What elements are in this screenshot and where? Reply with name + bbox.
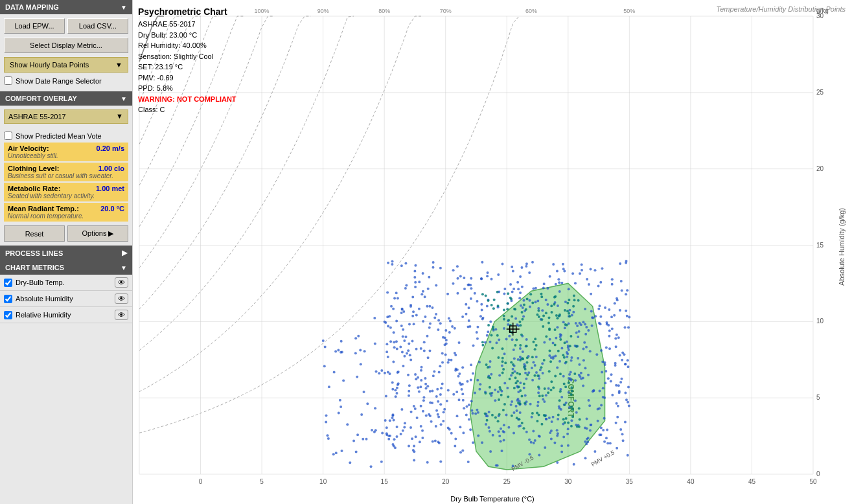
show-hourly-arrow: ▼: [115, 61, 122, 69]
sidebar: DATA MAPPING ▼ Load EPW... Load CSV... S…: [0, 0, 133, 504]
show-pmv-checkbox[interactable]: [4, 132, 12, 140]
data-mapping-content: Load EPW... Load CSV... Select Display M…: [0, 14, 132, 91]
process-lines-header[interactable]: PROCESS LINES ▶: [0, 246, 132, 260]
dry-bulb-eye-button[interactable]: 👁: [115, 277, 128, 288]
mean-radiant-row: Mean Radiant Temp.: 20.0 °C Normal room …: [4, 203, 128, 222]
air-velocity-desc: Unnoticeably still.: [8, 152, 124, 159]
air-velocity-label: Air Velocity: 0.20 m/s: [8, 144, 124, 152]
process-lines-arrow: ▶: [122, 249, 127, 257]
reset-options-row: Reset Options ▶: [4, 225, 128, 242]
metabolic-value: 1.00 met: [96, 185, 124, 192]
process-lines-label: PROCESS LINES: [5, 249, 63, 257]
mean-radiant-value: 20.0 °C: [100, 205, 124, 212]
x-axis-label: Dry Bulb Temperature (°C): [133, 494, 852, 504]
show-hourly-dropdown[interactable]: Show Hourly Data Points ▼: [4, 57, 128, 73]
metabolic-desc: Seated with sedentary activity.: [8, 192, 124, 200]
comfort-overlay-label: COMFORT OVERLAY: [5, 95, 77, 102]
absolute-humidity-checkbox[interactable]: [4, 295, 12, 303]
chart-container[interactable]: Psychrometric Chart ASHRAE 55-2017 Dry B…: [133, 0, 852, 494]
reset-button[interactable]: Reset: [4, 225, 65, 242]
options-button[interactable]: Options ▶: [67, 225, 128, 242]
clothing-desc: Business suit or casual with sweater.: [8, 172, 124, 179]
relative-humidity-checkbox[interactable]: [4, 311, 12, 319]
air-velocity-name: Air Velocity:: [8, 144, 49, 152]
dry-bulb-metric-label: Dry-Bulb Temp.: [16, 279, 111, 286]
load-csv-button[interactable]: Load CSV...: [67, 18, 128, 34]
comfort-overlay-header[interactable]: COMFORT OVERLAY ▼: [0, 91, 132, 106]
mean-radiant-label: Mean Radiant Temp.: 20.0 °C: [8, 205, 124, 212]
clothing-label: Clothing Level: 1.00 clo: [8, 165, 124, 172]
show-pmv-row: Show Predicted Mean Vote: [4, 132, 128, 140]
chart-metrics-content: Dry-Bulb Temp. 👁 Absolute Humidity 👁 Rel…: [0, 275, 132, 323]
load-epw-button[interactable]: Load EPW...: [4, 18, 65, 34]
main-content: Psychrometric Chart ASHRAE 55-2017 Dry B…: [133, 0, 852, 504]
metric-dry-bulb: Dry-Bulb Temp. 👁: [0, 275, 132, 291]
air-velocity-value: 0.20 m/s: [97, 144, 124, 152]
mean-radiant-name: Mean Radiant Temp.:: [8, 205, 79, 212]
show-hourly-label: Show Hourly Data Points: [10, 61, 89, 69]
metric-relative-humidity: Relative Humidity 👁: [0, 307, 132, 323]
mean-radiant-desc: Normal room temperature.: [8, 212, 124, 220]
metabolic-label: Metabolic Rate: 1.00 met: [8, 185, 124, 192]
chart-metrics-header[interactable]: CHART METRICS ▼: [0, 260, 132, 275]
comfort-standard-select[interactable]: ASHRAE 55-2017: [4, 109, 128, 124]
chart-metrics-arrow: ▼: [121, 264, 127, 271]
show-pmv-label: Show Predicted Mean Vote: [16, 132, 102, 140]
air-velocity-row: Air Velocity: 0.20 m/s Unnoticeably stil…: [4, 143, 128, 161]
data-mapping-header[interactable]: DATA MAPPING ▼: [0, 0, 132, 14]
data-mapping-arrow: ▼: [121, 4, 127, 11]
absolute-humidity-eye-button[interactable]: 👁: [115, 293, 128, 304]
clothing-name: Clothing Level:: [8, 165, 59, 172]
dry-bulb-checkbox[interactable]: [4, 279, 12, 287]
metric-absolute-humidity: Absolute Humidity 👁: [0, 291, 132, 307]
load-buttons-row: Load EPW... Load CSV...: [4, 18, 128, 34]
data-mapping-label: DATA MAPPING: [5, 3, 59, 11]
clothing-row: Clothing Level: 1.00 clo Business suit o…: [4, 163, 128, 181]
comfort-overlay-arrow: ▼: [121, 95, 127, 102]
select-display-metric-button[interactable]: Select Display Metric...: [4, 38, 128, 53]
metabolic-name: Metabolic Rate:: [8, 185, 60, 192]
comfort-overlay-content: ASHRAE 55-2017 ▼ Show Predicted Mean Vot…: [0, 106, 132, 246]
show-date-range-row: Show Date Range Selector: [4, 76, 128, 85]
metabolic-row: Metabolic Rate: 1.00 met Seated with sed…: [4, 183, 128, 201]
show-date-range-checkbox[interactable]: [4, 76, 12, 85]
clothing-value: 1.00 clo: [98, 165, 124, 172]
chart-metrics-label: CHART METRICS: [5, 264, 64, 271]
psychro-chart-canvas[interactable]: [133, 0, 852, 494]
show-date-range-label: Show Date Range Selector: [16, 77, 102, 85]
relative-humidity-metric-label: Relative Humidity: [16, 311, 111, 319]
absolute-humidity-metric-label: Absolute Humidity: [16, 295, 111, 303]
relative-humidity-eye-button[interactable]: 👁: [115, 310, 128, 320]
